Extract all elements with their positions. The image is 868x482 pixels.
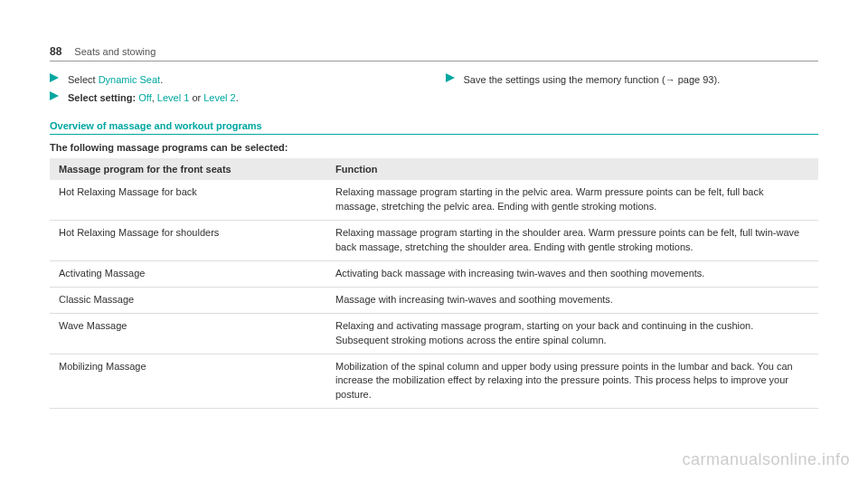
chapter-title: Seats and stowing xyxy=(74,46,156,57)
table-row: Classic Massage Massage with increasing … xyxy=(50,287,818,313)
table-header-row: Massage program for the front seats Func… xyxy=(50,158,818,180)
program-name: Classic Massage xyxy=(50,287,326,313)
option-level1: Level 1 xyxy=(157,92,189,103)
program-function: Relaxing and activating massage program,… xyxy=(326,313,818,354)
instruction-step: Select setting: Off, Level 1 or Level 2. xyxy=(50,90,423,106)
table-row: Mobilizing Massage Mobilization of the s… xyxy=(50,354,818,409)
svg-marker-0 xyxy=(50,73,59,82)
svg-marker-1 xyxy=(50,91,59,100)
triangle-bullet-icon xyxy=(446,73,458,82)
step-text: Select setting: Off, Level 1 or Level 2. xyxy=(68,90,423,106)
page-number: 88 xyxy=(50,45,61,58)
option-off: Off xyxy=(138,92,151,103)
dynamic-seat-link: Dynamic Seat xyxy=(99,74,160,85)
program-name: Wave Massage xyxy=(50,313,326,354)
massage-programs-table: Massage program for the front seats Func… xyxy=(50,158,818,409)
table-row: Hot Relaxing Massage for back Relaxing m… xyxy=(50,180,818,220)
program-function: Relaxing massage program starting in the… xyxy=(326,180,818,220)
triangle-bullet-icon xyxy=(50,73,62,82)
section-heading: Overview of massage and workout programs xyxy=(50,120,818,135)
table-header-function: Function xyxy=(326,158,818,180)
subheading: The following massage programs can be se… xyxy=(50,142,818,153)
triangle-bullet-icon xyxy=(50,91,62,100)
page-header: 88 Seats and stowing xyxy=(50,45,818,61)
table-row: Hot Relaxing Massage for shoulders Relax… xyxy=(50,220,818,260)
instruction-columns: Select Dynamic Seat. Select setting: Off… xyxy=(50,72,818,108)
table-row: Activating Massage Activating back massa… xyxy=(50,260,818,287)
svg-marker-2 xyxy=(446,73,455,82)
program-function: Relaxing massage program starting in the… xyxy=(326,220,818,260)
watermark: carmanualsonline.info xyxy=(682,450,850,469)
instruction-step: Select Dynamic Seat. xyxy=(50,72,423,88)
right-column: Save the settings using the memory funct… xyxy=(446,72,819,108)
step-bold-label: Select setting: xyxy=(68,92,136,103)
step-post: . xyxy=(236,92,239,103)
program-name: Activating Massage xyxy=(50,260,326,287)
program-function: Mobilization of the spinal column and up… xyxy=(326,354,818,409)
option-level2: Level 2 xyxy=(203,92,235,103)
program-function: Activating back massage with increasing … xyxy=(326,260,818,287)
table-header-program: Massage program for the front seats xyxy=(50,158,326,180)
program-function: Massage with increasing twin-waves and s… xyxy=(326,287,818,313)
instruction-step: Save the settings using the memory funct… xyxy=(446,72,819,88)
table-row: Wave Massage Relaxing and activating mas… xyxy=(50,313,818,354)
step-post: . xyxy=(160,74,163,85)
step-text: Select Dynamic Seat. xyxy=(68,72,423,88)
option-or: or xyxy=(189,92,203,103)
step-text: Save the settings using the memory funct… xyxy=(464,72,819,88)
left-column: Select Dynamic Seat. Select setting: Off… xyxy=(50,72,423,108)
program-name: Hot Relaxing Massage for shoulders xyxy=(50,220,326,260)
step-pre: Select xyxy=(68,74,99,85)
program-name: Hot Relaxing Massage for back xyxy=(50,180,326,220)
program-name: Mobilizing Massage xyxy=(50,354,326,409)
